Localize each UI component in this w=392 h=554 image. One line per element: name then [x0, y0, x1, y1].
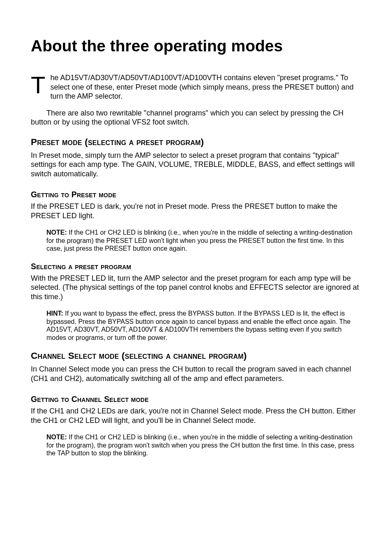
intro-paragraph-1: T he AD15VT/AD30VT/AD50VT/AD100VT/AD100V… [31, 73, 361, 101]
getting-to-channel-body: If the CH1 and CH2 LEDs are dark, you're… [31, 406, 361, 425]
heading-getting-to-channel: Getting to Channel Select mode [31, 395, 361, 404]
note-text: If the CH1 or CH2 LED is blinking (i.e.,… [46, 229, 353, 252]
note-label: NOTE: [46, 229, 67, 236]
hint-label: HINT: [46, 310, 63, 317]
note-channel: NOTE: If the CH1 or CH2 LED is blinking … [46, 433, 357, 457]
channel-mode-body: In Channel Select mode you can press the… [31, 365, 361, 383]
intro-text-1: he AD15VT/AD30VT/AD50VT/AD100VT/AD100VTH… [50, 74, 353, 100]
heading-preset-mode: Preset mode (selecting a preset program) [31, 137, 361, 148]
selecting-preset-body: With the PRESET LED lit, turn the AMP se… [31, 274, 361, 302]
heading-selecting-preset: Selecting a preset program [31, 262, 361, 271]
preset-mode-body: In Preset mode, simply turn the AMP sele… [31, 151, 361, 179]
heading-getting-to-preset: Getting to Preset mode [31, 190, 361, 199]
dropcap: T [31, 73, 50, 95]
page-title: About the three operating modes [31, 37, 361, 55]
heading-channel-mode: Channel Select mode (selecting a channel… [31, 351, 361, 361]
note-label-channel: NOTE: [46, 434, 67, 441]
note-preset: NOTE: If the CH1 or CH2 LED is blinking … [46, 229, 357, 253]
note-text-channel: If the CH1 or CH2 LED is blinking (i.e.,… [46, 434, 354, 457]
hint-text: If you want to bypass the effect, press … [46, 310, 350, 341]
getting-to-preset-body: If the PRESET LED is dark, you're not in… [31, 202, 361, 220]
hint-preset: HINT: If you want to bypass the effect, … [46, 309, 357, 342]
intro-paragraph-2: There are also two rewritable "channel p… [31, 108, 361, 127]
